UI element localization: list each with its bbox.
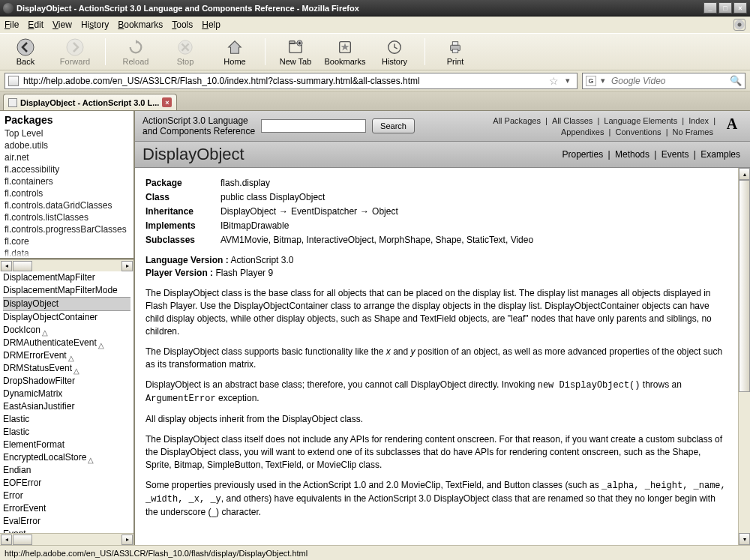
sublink-events[interactable]: Events xyxy=(662,149,689,160)
scroll-down-icon[interactable]: ▾ xyxy=(739,533,750,545)
print-button[interactable]: Print xyxy=(436,37,475,66)
class-item[interactable]: DockIcon xyxy=(3,324,130,337)
search-engine-dropdown-icon[interactable]: ▾ xyxy=(599,76,607,85)
search-go-icon[interactable]: 🔍 xyxy=(730,75,742,86)
class-item[interactable]: DRMStatusEvent xyxy=(3,362,130,375)
url-box[interactable]: ☆ ▾ xyxy=(4,73,578,89)
class-item[interactable]: ErrorEvent xyxy=(3,502,130,515)
navlink-conventions[interactable]: Conventions xyxy=(615,127,661,136)
class-item[interactable]: DRMErrorEvent xyxy=(3,349,130,362)
menu-file[interactable]: File xyxy=(4,19,19,30)
classname-row: DisplayObject Properties | Methods | Eve… xyxy=(135,142,750,168)
class-item[interactable]: EastAsianJustifier xyxy=(3,400,130,413)
maximize-button[interactable]: □ xyxy=(718,2,732,13)
reload-button[interactable]: Reload xyxy=(116,37,155,66)
menu-help[interactable]: Help xyxy=(202,19,220,30)
menubar: File Edit View History Bookmarks Tools H… xyxy=(0,16,750,33)
scroll-right-icon[interactable]: ▸ xyxy=(122,535,133,545)
navlink-language-elements[interactable]: Language Elements xyxy=(604,116,677,125)
home-button[interactable]: Home xyxy=(215,37,254,66)
history-button[interactable]: History xyxy=(375,37,414,66)
back-button[interactable]: Back xyxy=(6,37,45,66)
classes-hscroll[interactable]: ◂ ▸ xyxy=(0,533,134,545)
meta-package[interactable]: flash.display xyxy=(220,177,729,190)
class-item[interactable]: Error xyxy=(3,490,130,502)
search-box[interactable]: G ▾ 🔍 xyxy=(582,73,746,89)
package-item[interactable]: fl.controls.listClasses xyxy=(4,211,129,223)
class-item[interactable]: DisplayObject xyxy=(3,297,130,311)
doc-vscroll[interactable]: ▴ ▾ xyxy=(738,168,750,545)
package-item[interactable]: fl.controls.progressBarClasses xyxy=(4,223,129,235)
class-item[interactable]: DisplayObjectContainer xyxy=(3,311,130,324)
package-item[interactable]: fl.core xyxy=(4,235,129,247)
package-item[interactable]: air.net xyxy=(4,151,129,163)
scroll-thumb[interactable] xyxy=(13,535,32,545)
url-input[interactable] xyxy=(22,75,546,87)
class-item[interactable]: DRMAuthenticateEvent xyxy=(3,337,130,349)
packages-hscroll[interactable]: ◂ ▸ xyxy=(0,259,134,271)
scroll-up-icon[interactable]: ▴ xyxy=(739,168,750,180)
menu-view[interactable]: View xyxy=(52,19,72,30)
navlink-index[interactable]: Index xyxy=(688,116,709,125)
navlink-noframes[interactable]: No Frames xyxy=(673,127,713,136)
packages-list[interactable]: Top Leveladobe.utilsair.netfl.accessibil… xyxy=(0,127,134,259)
menu-tools[interactable]: Tools xyxy=(172,19,193,30)
class-item[interactable]: Elastic xyxy=(3,426,130,439)
class-title: DisplayObject xyxy=(142,145,244,164)
scroll-thumb[interactable] xyxy=(13,261,32,271)
navlink-allpackages[interactable]: All Packages xyxy=(493,116,541,125)
class-item[interactable]: DisplacementMapFilter xyxy=(3,271,130,284)
tab-close-icon[interactable]: × xyxy=(162,97,172,107)
package-item[interactable]: Top Level xyxy=(4,127,129,139)
class-item[interactable]: ElementFormat xyxy=(3,439,130,451)
doc-search-button[interactable]: Search xyxy=(372,118,415,133)
class-item[interactable]: EvalError xyxy=(3,515,130,528)
class-item[interactable]: DropShadowFilter xyxy=(3,375,130,388)
sublink-examples[interactable]: Examples xyxy=(700,149,740,160)
meta-subclasses[interactable]: AVM1Movie, Bitmap, InteractiveObject, Mo… xyxy=(220,234,729,247)
class-item[interactable]: DynamicMatrix xyxy=(3,388,130,400)
minimize-button[interactable]: _ xyxy=(704,2,717,13)
scroll-left-icon[interactable]: ◂ xyxy=(1,535,12,545)
class-item[interactable]: EncryptedLocalStore xyxy=(3,451,130,464)
close-button[interactable]: × xyxy=(734,2,747,13)
menu-edit[interactable]: Edit xyxy=(28,19,44,30)
meta-implements[interactable]: IBitmapDrawable xyxy=(220,220,729,232)
bookmark-star-icon[interactable]: ☆ xyxy=(549,75,559,87)
doc-search-input[interactable] xyxy=(261,119,366,133)
tab-active[interactable]: DisplayObject - ActionScript 3.0 L... × xyxy=(3,94,177,110)
class-item[interactable]: Event xyxy=(3,528,130,533)
para-4: All display objects inherit from the Dis… xyxy=(146,413,729,426)
package-item[interactable]: fl.controls.dataGridClasses xyxy=(4,199,129,211)
class-item[interactable]: Endian xyxy=(3,464,130,477)
search-input[interactable] xyxy=(610,75,727,87)
package-item[interactable]: adobe.utils xyxy=(4,139,129,151)
meta-table: Packageflash.display Classpublic class D… xyxy=(146,177,729,247)
stop-button: Stop xyxy=(166,37,205,66)
activity-throbber-icon xyxy=(734,19,746,31)
package-item[interactable]: fl.controls xyxy=(4,187,129,199)
search-engine-icon[interactable]: G xyxy=(586,76,596,86)
newtab-button[interactable]: New Tab xyxy=(276,37,315,66)
class-item[interactable]: DisplacementMapFilterMode xyxy=(3,284,130,297)
tabstrip: DisplayObject - ActionScript 3.0 L... × xyxy=(0,91,750,111)
menu-history[interactable]: History xyxy=(81,19,109,30)
package-item[interactable]: fl.containers xyxy=(4,175,129,187)
navlink-allclasses[interactable]: All Classes xyxy=(552,116,592,125)
main: ActionScript 3.0 Languageand Components … xyxy=(135,111,750,545)
sublink-properties[interactable]: Properties xyxy=(562,149,604,160)
url-dropdown-icon[interactable]: ▾ xyxy=(562,76,574,85)
navlink-appendixes[interactable]: Appendixes xyxy=(561,127,604,136)
classes-list[interactable]: DisplacementMapFilterDisplacementMapFilt… xyxy=(0,271,134,533)
package-item[interactable]: fl.accessibility xyxy=(4,163,129,175)
class-item[interactable]: Elastic xyxy=(3,413,130,426)
scroll-thumb[interactable] xyxy=(739,180,750,392)
bookmarks-button[interactable]: Bookmarks xyxy=(326,37,364,66)
window-title: DisplayObject - ActionScript 3.0 Languag… xyxy=(16,4,704,13)
sublink-methods[interactable]: Methods xyxy=(615,149,650,160)
class-item[interactable]: EOFError xyxy=(3,477,130,490)
scroll-right-icon[interactable]: ▸ xyxy=(122,261,133,271)
menu-bookmarks[interactable]: Bookmarks xyxy=(118,19,163,30)
scroll-left-icon[interactable]: ◂ xyxy=(1,261,12,271)
doc-body[interactable]: Packageflash.display Classpublic class D… xyxy=(135,168,750,545)
